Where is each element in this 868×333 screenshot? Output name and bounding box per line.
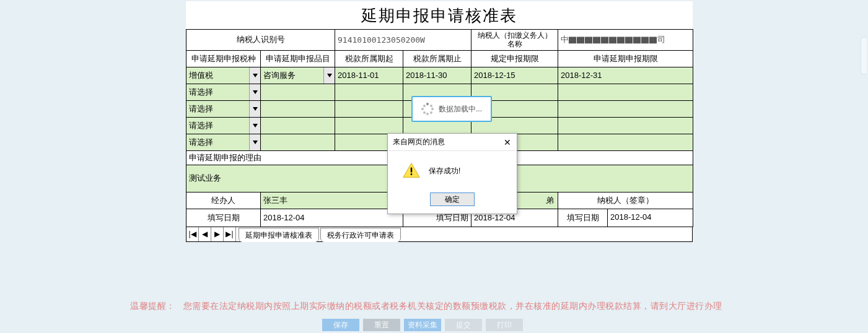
warning-icon [403, 162, 420, 180]
signer-label: 纳税人（签章） [558, 192, 693, 209]
taxpayer-name-label: 纳税人（扣缴义务人）名称 [471, 30, 558, 51]
nav-prev-icon[interactable]: ◀ [199, 227, 211, 241]
period-to[interactable]: 2018-11-30 [403, 67, 471, 84]
col-period-to: 税款所属期止 [403, 50, 471, 67]
col-ext: 申请延期申报期限 [558, 50, 693, 67]
taxpayer-id-label: 纳税人识别号 [186, 30, 335, 51]
chevron-down-icon[interactable] [249, 118, 260, 134]
sheet-tab-permit[interactable]: 税务行政许可申请表 [320, 228, 401, 242]
period-from[interactable]: 2018-11-01 [335, 67, 403, 84]
alert-dialog: 来自网页的消息 ✕ 保存成功! 确定 [387, 133, 517, 214]
save-button[interactable]: 保存 [322, 319, 359, 331]
date-value-1: 2018-12-04 [261, 209, 403, 227]
chevron-down-icon[interactable] [249, 84, 260, 100]
dialog-title: 来自网页的消息 [393, 137, 445, 147]
ext-date[interactable]: 2018-12-31 [558, 67, 693, 84]
tax-type-select[interactable]: 请选择 [186, 117, 261, 134]
handler-label: 经办人 [186, 192, 261, 209]
taxpayer-name-value: 中▇▇▇▇▇▇▇▇▇▇▇司 [558, 30, 693, 51]
svg-rect-2 [411, 173, 412, 175]
col-due: 规定申报期限 [471, 50, 558, 67]
spinner-icon [421, 103, 434, 115]
col-period-from: 税款所属期起 [335, 50, 403, 67]
ok-button[interactable]: 确定 [430, 192, 475, 206]
date-label-3: 填写日期 [558, 209, 608, 227]
print-button[interactable]: 打印 [486, 319, 523, 331]
loading-indicator: 数据加载中... [411, 96, 492, 122]
col-tax-item: 申请延期申报品目 [261, 50, 335, 67]
tax-type-select[interactable]: 请选择 [186, 84, 261, 100]
tax-item-select[interactable]: 咨询服务 [261, 67, 335, 84]
date-value-3: 2018-12-04 [608, 209, 693, 227]
form-title: 延期申报申请核准表 [186, 1, 693, 29]
table-row: 增值税 咨询服务 2018-11-01 2018-11-30 2018-12-1… [186, 67, 693, 84]
reset-button[interactable]: 重置 [363, 319, 400, 331]
chevron-down-icon[interactable] [249, 67, 260, 84]
submit-button[interactable]: 提交 [445, 319, 482, 331]
loading-text: 数据加载中... [439, 104, 482, 115]
warm-tip: 温馨提醒： 您需要在法定纳税期内按照上期实际缴纳的税额或者税务机关核定的数额预缴… [130, 301, 722, 312]
chevron-down-icon[interactable] [323, 67, 335, 84]
tax-type-select[interactable]: 请选择 [186, 100, 261, 117]
chevron-down-icon[interactable] [249, 101, 260, 117]
tax-type-select[interactable]: 增值税 [186, 67, 261, 84]
nav-first-icon[interactable]: |◀ [186, 227, 199, 241]
nav-next-icon[interactable]: ▶ [211, 227, 224, 241]
chevron-down-icon[interactable] [249, 134, 260, 150]
dialog-message: 保存成功! [429, 166, 460, 176]
sheet-navbar: |◀ ◀ ▶ ▶| 延期申报申请核准表 税务行政许可申请表 [186, 227, 693, 242]
side-panel-handle[interactable] [861, 37, 867, 74]
close-icon[interactable]: ✕ [503, 138, 512, 147]
nav-last-icon[interactable]: ▶| [224, 227, 236, 241]
collect-button[interactable]: 资料采集 [404, 319, 441, 331]
action-buttons: 保存 重置 资料采集 提交 打印 [322, 319, 523, 331]
handler-value[interactable]: 张三丰 [261, 192, 403, 209]
tip-label: 温馨提醒： [130, 301, 175, 311]
date-label-1: 填写日期 [186, 209, 261, 227]
col-tax-type: 申请延期申报税种 [186, 50, 261, 67]
sheet-tab-approval[interactable]: 延期申报申请核准表 [239, 228, 319, 242]
tax-item-cell[interactable] [261, 84, 335, 100]
due-date[interactable]: 2018-12-15 [471, 67, 558, 84]
tip-text: 您需要在法定纳税期内按照上期实际缴纳的税额或者税务机关核定的数额预缴税款，并在核… [183, 301, 722, 311]
tax-type-select[interactable]: 请选择 [186, 134, 261, 150]
svg-rect-1 [411, 168, 412, 173]
taxpayer-id-value: 91410100123050200W [335, 30, 471, 51]
